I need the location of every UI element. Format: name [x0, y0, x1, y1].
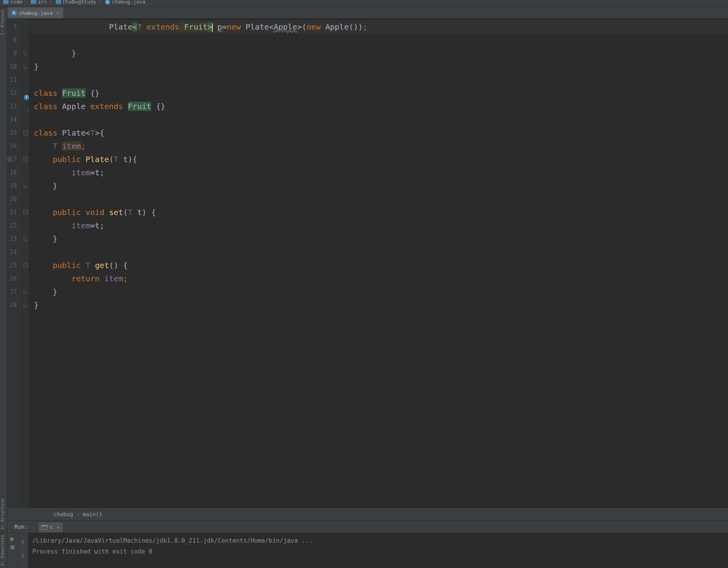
stop-button[interactable] [11, 545, 14, 549]
line-number[interactable]: 16 [7, 139, 22, 153]
breadcrumb-separator-icon [25, 0, 28, 5]
line-number[interactable]: 18 [7, 166, 22, 179]
code-line[interactable]: class Apple extends Fruit {} [29, 100, 728, 113]
close-icon[interactable]: × [57, 10, 60, 16]
line-number[interactable]: 19 [7, 179, 22, 192]
code-line[interactable]: return item; [29, 272, 728, 285]
left-tool-stripe: 1: Project 2: Structure 2: Favorites [0, 7, 7, 568]
code-line[interactable] [29, 192, 728, 206]
fold-marker [23, 192, 29, 206]
fold-marker[interactable] [23, 126, 29, 139]
breadcrumb-item[interactable]: chabug.java [105, 0, 145, 5]
line-number[interactable]: 28 [7, 298, 22, 312]
fold-marker[interactable] [23, 206, 29, 219]
toolwindow-structure-button[interactable]: 2: Structure [0, 496, 7, 532]
console-line: /Library/Java/JavaVirtualMachines/jdk1.8… [32, 535, 724, 546]
fold-marker [23, 73, 29, 86]
code-line[interactable]: } [29, 285, 728, 298]
override-gutter-icon[interactable]: @ [7, 156, 11, 162]
code-line[interactable]: } [29, 232, 728, 245]
fold-end-icon [24, 236, 28, 240]
run-toolbar-secondary [18, 533, 28, 568]
line-number[interactable]: 11 [7, 73, 22, 86]
code-editor[interactable]: 789101112I↓1314151617@181920212223242526… [7, 19, 728, 508]
breadcrumb-item[interactable]: ChaBugStudy [56, 0, 96, 5]
code-line[interactable]: } [29, 179, 728, 192]
run-panel-title: Run: [7, 524, 38, 530]
line-number[interactable]: 25 [7, 259, 22, 272]
code-line[interactable] [29, 245, 728, 259]
code-line[interactable] [29, 73, 728, 86]
line-number[interactable]: 27 [7, 285, 22, 298]
fold-marker[interactable] [23, 153, 29, 166]
code-line[interactable] [29, 34, 728, 47]
fold-toggle-icon[interactable] [23, 131, 28, 135]
line-number-gutter[interactable]: 789101112I↓1314151617@181920212223242526… [7, 19, 23, 508]
code-line[interactable]: } [29, 60, 728, 73]
fold-marker[interactable] [23, 298, 29, 312]
breadcrumb-item[interactable]: code [3, 0, 22, 5]
folder-icon [3, 0, 9, 4]
context-method[interactable]: main() [83, 511, 102, 517]
toolwindow-favorites-button[interactable]: 2: Favorites [0, 532, 7, 568]
line-number[interactable]: 13 [7, 100, 22, 113]
context-class[interactable]: chabug [53, 511, 73, 517]
fold-marker [23, 166, 29, 179]
fold-toggle-icon[interactable] [23, 263, 28, 268]
rerun-button[interactable] [11, 537, 14, 542]
fold-marker [23, 245, 29, 259]
line-number[interactable]: 7 [7, 20, 22, 34]
fold-marker [23, 139, 29, 153]
code-line[interactable]: item=t; [29, 166, 728, 179]
run-panel-header: Run: c × [7, 520, 728, 533]
code-line[interactable]: } [29, 298, 728, 312]
code-line[interactable]: } [29, 47, 728, 60]
fold-marker[interactable] [23, 285, 29, 298]
line-number[interactable]: 8 [7, 34, 22, 47]
line-number[interactable]: 10 [7, 60, 22, 73]
fold-marker[interactable] [23, 232, 29, 245]
code-line[interactable]: class Plate<T>{ [29, 126, 728, 139]
code-area[interactable]: Plate<? extends Fruit> p=new Plate<Apple… [29, 19, 728, 508]
line-number[interactable]: 14 [7, 113, 22, 126]
fold-toggle-icon[interactable] [23, 210, 28, 215]
code-line[interactable]: T item; [29, 139, 728, 153]
console-line: Process finished with exit code 0 [32, 546, 724, 557]
fold-marker[interactable] [23, 259, 29, 272]
editor-tab[interactable]: chabug.java × [7, 7, 64, 18]
line-number[interactable]: 22 [7, 219, 22, 232]
scroll-down-button[interactable] [21, 550, 25, 559]
code-line[interactable]: public void set(T t) { [29, 206, 728, 219]
code-line[interactable]: public T get() { [29, 259, 728, 272]
breadcrumb-item[interactable]: src [31, 0, 47, 5]
line-number[interactable]: 24 [7, 245, 22, 259]
fold-marker [23, 272, 29, 285]
fold-gutter[interactable] [23, 19, 29, 508]
code-line[interactable]: item=t; [29, 219, 728, 232]
close-icon[interactable]: × [57, 524, 60, 530]
toolwindow-project-button[interactable]: 1: Project [0, 7, 7, 37]
line-number[interactable]: 12I↓ [7, 86, 22, 100]
fold-end-icon [24, 183, 28, 187]
line-number[interactable]: 26 [7, 272, 22, 285]
fold-marker[interactable] [23, 179, 29, 192]
line-number[interactable]: 20 [7, 192, 22, 206]
line-number[interactable]: 9 [7, 47, 22, 60]
java-class-icon [11, 10, 17, 16]
fold-marker[interactable] [23, 47, 29, 60]
scroll-up-button[interactable] [21, 538, 25, 546]
line-number[interactable]: 21 [7, 206, 22, 219]
run-console-output[interactable]: /Library/Java/JavaVirtualMachines/jdk1.8… [28, 533, 728, 568]
fold-end-icon [24, 303, 28, 307]
code-line[interactable]: class Fruit {} [29, 86, 728, 100]
code-line[interactable] [29, 113, 728, 126]
run-tab[interactable]: c × [38, 522, 64, 533]
line-number[interactable]: 23 [7, 232, 22, 245]
code-line[interactable]: Plate<? extends Fruit> p=new Plate<Apple… [29, 20, 728, 34]
code-line[interactable]: public Plate(T t){ [29, 153, 728, 166]
line-number[interactable]: 15 [7, 126, 22, 139]
editor-tab-label: chabug.java [19, 10, 53, 16]
fold-marker[interactable] [23, 60, 29, 73]
fold-toggle-icon[interactable] [23, 157, 28, 162]
line-number[interactable]: 17@ [7, 153, 22, 166]
